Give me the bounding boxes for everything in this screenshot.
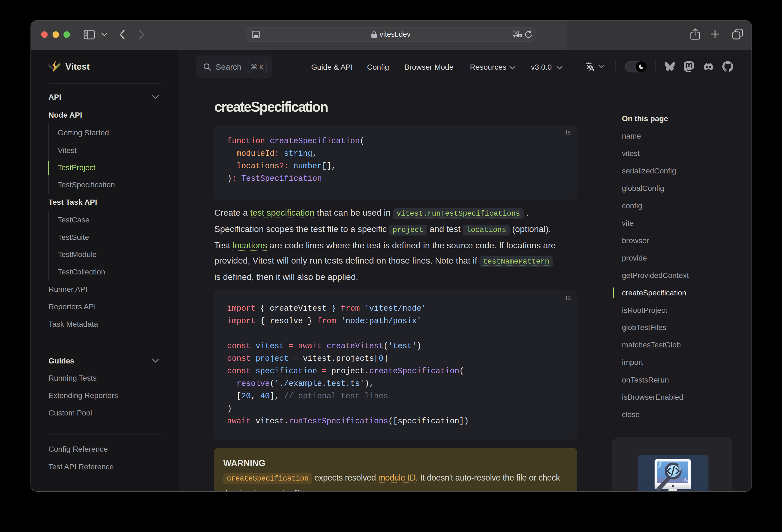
svg-text:文: 文 xyxy=(519,34,522,37)
svg-text:A: A xyxy=(515,31,517,35)
